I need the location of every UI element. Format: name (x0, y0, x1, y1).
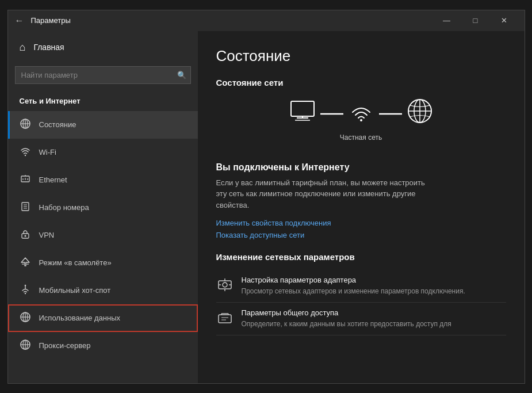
sidebar-item-vpn-label: VPN (39, 231, 55, 239)
home-icon: ⌂ (20, 41, 26, 54)
search-icon: 🔍 (177, 71, 186, 79)
sidebar-item-hotspot-label: Мобильный хот-спот (39, 286, 111, 295)
adapter-text: Настройка параметров адаптера Просмотр с… (242, 276, 465, 296)
search-box: 🔍 (15, 66, 191, 84)
ethernet-icon (20, 174, 31, 186)
sidebar-item-hotspot[interactable]: Мобильный хот-спот (8, 277, 198, 304)
change-properties-link[interactable]: Изменить свойства подключения (216, 219, 506, 227)
main-content: ⌂ Главная 🔍 Сеть и Интернет Сост (8, 31, 525, 383)
change-section-title: Изменение сетевых параметров (216, 252, 506, 262)
svg-point-4 (24, 154, 25, 155)
proxy-icon (20, 339, 31, 352)
adapter-title: Настройка параметров адаптера (242, 276, 465, 284)
sidebar-item-datausage-label: Использование данных (39, 314, 121, 322)
vpn-icon (20, 229, 31, 242)
sidebar-item-dialup-label: Набор номера (39, 203, 89, 212)
settings-window: ← Параметры — □ ✕ ⌂ Главная 🔍 Сеть и Инт… (7, 10, 525, 384)
show-networks-link[interactable]: Показать доступные сети (216, 231, 506, 239)
line1 (320, 107, 343, 117)
minimize-button[interactable]: — (434, 12, 460, 29)
sidebar: ⌂ Главная 🔍 Сеть и Интернет Сост (8, 31, 198, 383)
network-status-section-title: Состояние сети (216, 78, 506, 87)
sidebar-item-status-label: Состояние (39, 120, 76, 129)
sidebar-item-proxy-label: Прокси-сервер (39, 341, 91, 350)
maximize-button[interactable]: □ (462, 12, 489, 29)
computer-icon (288, 100, 317, 125)
adapter-desc: Просмотр сетевых адаптеров и изменение п… (242, 287, 465, 296)
sidebar-item-proxy[interactable]: Прокси-сервер (8, 332, 198, 360)
sidebar-item-ethernet[interactable]: Ethernet (8, 166, 198, 194)
settings-adapter[interactable]: Настройка параметров адаптера Просмотр с… (216, 270, 506, 303)
sharing-text: Параметры общего доступа Определите, к к… (242, 308, 451, 329)
wifi-icon (20, 146, 31, 159)
sidebar-item-ethernet-label: Ethernet (39, 175, 67, 184)
sidebar-item-status[interactable]: Состояние (8, 111, 198, 139)
svg-point-41 (223, 283, 227, 287)
dialup-icon (20, 201, 31, 214)
search-input[interactable] (15, 66, 191, 84)
airplane-icon (20, 257, 31, 269)
sidebar-item-vpn[interactable]: VPN (8, 222, 198, 249)
close-button[interactable]: ✕ (491, 12, 518, 29)
hotspot-icon (20, 284, 31, 297)
back-button[interactable]: ← (15, 16, 24, 26)
window-title: Параметры (31, 16, 434, 25)
svg-rect-46 (219, 315, 231, 323)
globe-icon (405, 97, 434, 128)
sidebar-section-title: Сеть и Интернет (8, 92, 198, 111)
connected-title: Вы подключены к Интернету (216, 162, 506, 173)
settings-sharing[interactable]: Параметры общего доступа Определите, к к… (216, 303, 506, 335)
main-panel: Состояние Состояние сети (198, 31, 525, 383)
connected-desc: Если у вас лимитный тарифный план, вы мо… (216, 177, 435, 211)
status-icon (20, 119, 31, 131)
sidebar-home[interactable]: ⌂ Главная (8, 31, 198, 64)
router-icon (347, 100, 376, 125)
svg-point-18 (24, 292, 25, 293)
sidebar-item-datausage[interactable]: Использование данных (8, 304, 198, 332)
line2 (379, 107, 402, 117)
window-controls: — □ ✕ (434, 12, 518, 29)
sidebar-item-wifi-label: Wi-Fi (39, 148, 56, 157)
svg-point-15 (24, 235, 26, 236)
svg-point-20 (24, 284, 26, 286)
sidebar-item-airplane-label: Режим «в самолёте» (39, 258, 112, 267)
sharing-icon (216, 310, 234, 329)
sidebar-item-wifi[interactable]: Wi-Fi (8, 139, 198, 166)
private-network-label: Частная сеть (340, 133, 382, 142)
sidebar-item-airplane[interactable]: Режим «в самолёте» (8, 249, 198, 277)
adapter-icon (216, 277, 234, 296)
titlebar: ← Параметры — □ ✕ (8, 10, 525, 31)
sharing-desc: Определите, к каким данным вы хотите пре… (242, 319, 451, 329)
home-label: Главная (33, 43, 64, 52)
sidebar-item-dialup[interactable]: Набор номера (8, 194, 198, 222)
svg-point-34 (360, 119, 362, 121)
sharing-title: Параметры общего доступа (242, 308, 451, 317)
network-diagram: Частная сеть (216, 97, 506, 152)
datausage-icon (20, 312, 31, 325)
svg-rect-29 (291, 101, 314, 116)
page-title: Состояние (216, 47, 506, 65)
